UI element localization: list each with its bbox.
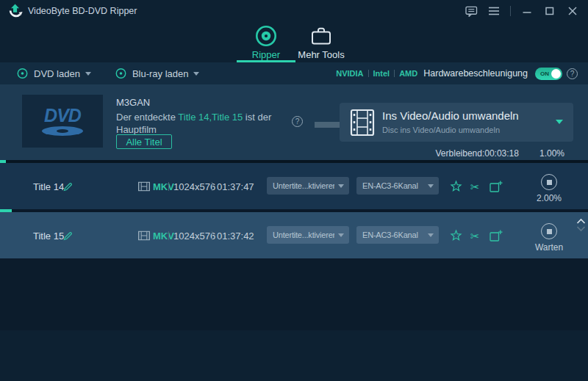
resolution-label: 1024x576	[173, 230, 215, 241]
cut-icon[interactable]: ✂	[470, 230, 480, 241]
close-icon	[568, 7, 577, 15]
chevron-down-icon	[428, 184, 434, 188]
tab-ripper[interactable]: Ripper	[237, 22, 295, 62]
detect-titles: Title 14,Title 15	[178, 112, 243, 123]
bottom-bar: Ausgabeformat: MKV Speichern unter: E:\V…	[0, 330, 588, 381]
edit-title-icon[interactable]	[63, 181, 74, 192]
stop-icon	[547, 229, 552, 234]
merge-add-icon[interactable]	[490, 229, 503, 242]
load-dvd-button[interactable]: DVD laden	[16, 68, 91, 80]
chevron-down-icon	[85, 72, 91, 76]
title-row-15[interactable]: Title 15 MKV 1024x576 01:37:42 Untertite…	[0, 212, 588, 258]
toolbar: DVD laden Blu-ray laden NVIDIA Intel AMD…	[0, 62, 588, 84]
subtitle-select[interactable]: Untertite...ktivieren	[267, 226, 349, 244]
meta-separator	[212, 182, 212, 191]
stop-icon	[547, 180, 552, 185]
menu-button[interactable]	[487, 4, 501, 18]
list-scroll-controls	[575, 217, 587, 233]
title-name: Title 15	[33, 230, 64, 241]
title-status: 2.00%	[528, 193, 570, 203]
cut-icon[interactable]: ✂	[470, 181, 480, 192]
scroll-down-icon[interactable]	[576, 225, 586, 232]
dvd-logo-disc	[42, 126, 83, 136]
app-title: VideoByte BD-DVD Ripper	[28, 0, 137, 22]
format-label: MKV	[153, 230, 174, 241]
brand-separator	[368, 70, 369, 77]
filmstrip-icon	[350, 109, 375, 137]
brand-nvidia: NVIDIA	[336, 69, 363, 78]
dvd-disc-icon	[16, 68, 29, 80]
duration-label: 01:37:42	[217, 230, 254, 241]
title-status: Warten	[528, 242, 570, 253]
resolution-label: 1024x576	[173, 181, 215, 192]
minimize-button[interactable]	[520, 4, 534, 18]
convert-target-selector[interactable]: Ins Video/Audio umwandeln Disc ins Video…	[340, 103, 573, 142]
chevron-down-icon	[338, 233, 344, 237]
titlebar: VideoByte BD-DVD Ripper	[0, 0, 588, 22]
load-bluray-label: Blu-ray laden	[132, 68, 189, 79]
stop-button[interactable]	[541, 223, 557, 239]
minimize-icon	[523, 7, 531, 15]
maximize-button[interactable]	[543, 4, 556, 18]
toolbox-icon	[311, 25, 331, 47]
audio-select-value: EN-AC3-6Kanal	[362, 226, 424, 244]
title-stop-group: 2.00%	[528, 163, 570, 209]
dvd-thumbnail: DVD	[22, 95, 103, 148]
close-button[interactable]	[566, 4, 579, 18]
merge-add-icon[interactable]	[490, 180, 503, 192]
edit-effects-icon[interactable]	[450, 229, 462, 242]
chevron-down-icon	[338, 184, 344, 188]
duration-label: 01:37:47	[217, 181, 254, 192]
tab-mehr-tools[interactable]: Mehr Tools	[292, 22, 351, 62]
scroll-up-icon[interactable]	[576, 218, 586, 225]
audio-select-value: EN-AC3-6Kanal	[362, 177, 424, 195]
subtitle-select-value: Untertite...ktivieren	[273, 226, 334, 244]
tabbar: Ripper Mehr Tools	[0, 22, 588, 62]
tab-ripper-label: Ripper	[237, 49, 295, 60]
brand-intel: Intel	[373, 69, 390, 78]
video-file-icon	[138, 231, 150, 240]
chevron-down-icon	[556, 120, 563, 124]
format-label: MKV	[153, 181, 174, 192]
tab-mehr-tools-label: Mehr Tools	[292, 49, 351, 60]
dvd-logo-hole	[57, 129, 68, 133]
title-row-14[interactable]: Title 14 MKV 1024x576 01:37:47 Untertite…	[0, 163, 588, 209]
dvd-logo: DVD	[44, 106, 81, 124]
app-logo-icon	[7, 3, 24, 19]
toggle-on-label: ON	[540, 70, 549, 77]
feedback-icon	[465, 6, 478, 17]
title-stop-group: Warten	[528, 212, 570, 258]
bluray-disc-icon	[115, 68, 127, 80]
detected-titles-text: Der entdeckte Title 14,Title 15 ist der …	[116, 112, 294, 136]
load-bluray-button[interactable]: Blu-ray laden	[115, 68, 200, 80]
remaining-time: Verbleibend:00:03:18	[436, 148, 519, 159]
overall-percent: 1.00%	[539, 148, 564, 159]
video-file-icon	[138, 181, 150, 191]
feedback-button[interactable]	[465, 4, 478, 18]
title-name: Title 14	[33, 181, 64, 192]
hamburger-icon	[488, 6, 500, 16]
remaining-info: Verbleibend:00:03:18 1.00%	[436, 148, 564, 159]
brand-amd: AMD	[399, 69, 417, 78]
subtitle-select[interactable]: Untertite...ktivieren	[267, 177, 349, 195]
app-window: VideoByte BD-DVD Ripper	[0, 0, 588, 381]
titlebar-divider	[510, 6, 511, 16]
toggle-knob	[551, 69, 561, 79]
hw-toggle[interactable]: ON	[535, 68, 562, 80]
hw-acceleration-label: Hardwarebeschleunigung	[423, 68, 528, 79]
detect-prefix: Der entdeckte	[116, 112, 178, 123]
ripper-disc-icon	[255, 25, 277, 47]
meta-separator	[168, 231, 169, 240]
stop-button[interactable]	[541, 174, 557, 190]
info-help-icon[interactable]: ?	[292, 116, 303, 127]
hw-help-icon[interactable]: ?	[567, 68, 578, 79]
disc-name: M3GAN	[116, 97, 150, 108]
edit-title-icon[interactable]	[63, 231, 74, 241]
audio-select[interactable]: EN-AC3-6Kanal	[356, 226, 439, 244]
audio-select[interactable]: EN-AC3-6Kanal	[356, 177, 439, 195]
convert-title: Ins Video/Audio umwandeln	[382, 109, 519, 122]
edit-effects-icon[interactable]	[450, 180, 462, 192]
all-titles-button[interactable]: Alle Titel	[116, 134, 172, 149]
chevron-down-icon	[193, 72, 199, 76]
chevron-down-icon	[428, 233, 434, 237]
